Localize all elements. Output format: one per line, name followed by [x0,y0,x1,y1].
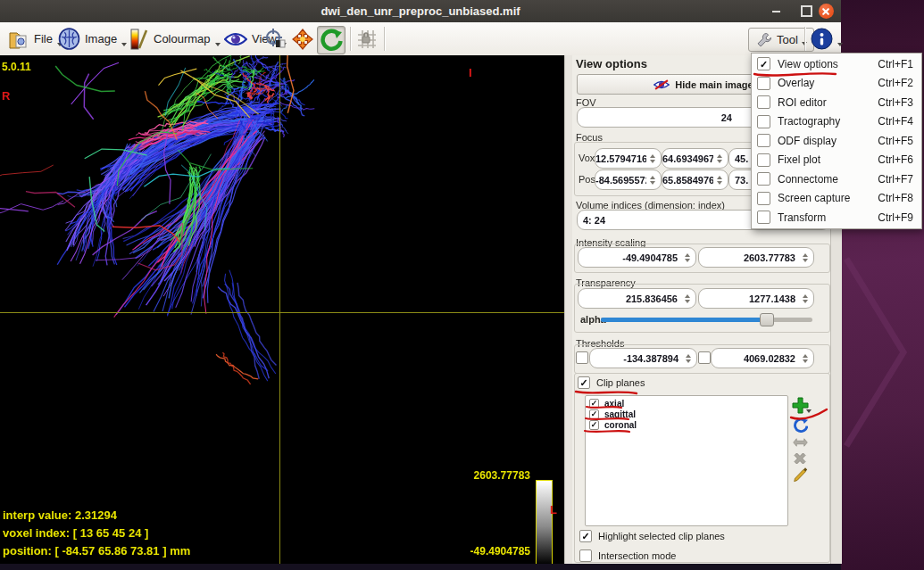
highlight-clip-planes-checkbox[interactable]: ✓ [579,530,592,542]
alpha-slider[interactable] [601,318,812,322]
voxel-y-spinbox[interactable]: 64.6934967 [662,148,728,169]
intersection-mode-checkbox[interactable] [579,549,592,562]
menu-item-transform[interactable]: Transform Ctrl+F9 [752,208,921,227]
image-menu-label: Image [85,32,117,45]
clip-plane-item-sagittal[interactable]: ✓ sagittal [586,409,787,419]
menu-shortcut: Ctrl+F8 [878,192,913,204]
menu-checkbox[interactable] [757,77,770,90]
menu-item-screen-capture[interactable]: Screen capture Ctrl+F8 [752,189,921,209]
transparent-intensity-spinbox[interactable]: 215.836456 [578,288,696,309]
close-button[interactable] [818,4,834,19]
swap-clip-plane-button[interactable] [791,434,809,450]
menu-item-overlay[interactable]: Overlay Ctrl+F2 [752,74,921,94]
menu-item-label: Overlay [778,77,814,89]
clear-clip-plane-button[interactable] [791,467,809,483]
clip-planes-label: Clip planes [596,377,645,388]
clip-plane-label: axial [604,399,624,409]
menu-item-fixel-plot[interactable]: Fixel plot Ctrl+F6 [752,151,921,170]
voxel-x-spinbox[interactable]: 12.5794716 [595,148,662,169]
toolbar: File Image Colourmap [0,22,841,56]
spin-buttons[interactable] [799,294,813,303]
window-title: dwi_den_unr_preproc_unbiased.mif [0,0,841,22]
spin-buttons[interactable] [682,354,696,363]
menu-checkbox[interactable] [757,192,770,205]
viewport[interactable]: 5.0.11 R I 2603.77783 -49.4904785 L inte… [0,55,564,564]
threshold-max-value: 4069.02832 [712,353,799,364]
crosshair-icon [263,28,287,51]
position-y-value: 65.8584976 [662,175,713,186]
intensity-max-spinbox[interactable]: 2603.77783 [698,247,814,268]
threshold-max-checkbox[interactable] [698,351,711,364]
intensity-min-spinbox[interactable]: -49.4904785 [578,247,696,268]
orientation-label-top: I [469,66,472,79]
image-menu-button[interactable]: Image [55,26,129,52]
rotate-clip-plane-button[interactable] [791,417,809,433]
menu-item-roi-editor[interactable]: ROI editor Ctrl+F3 [752,93,921,112]
info-button[interactable] [808,26,845,52]
clip-planes-list[interactable]: ✓ axial ✓ sagittal ✓ coronal [585,395,788,526]
voxel-x-value: 12.5794716 [595,153,646,164]
spin-buttons[interactable] [646,154,661,163]
minimize-button[interactable] [768,4,784,19]
chevron-down-icon [215,43,221,46]
menu-checkbox[interactable]: ✓ [757,57,770,70]
menu-checkbox[interactable] [757,95,770,109]
clip-plane-item-axial[interactable]: ✓ axial [586,398,787,409]
brain-icon [58,28,80,50]
menu-item-view-options[interactable]: ✓ View options Ctrl+F1 [752,54,921,74]
menu-item-label: Tractography [778,115,840,128]
menu-item-odf-display[interactable]: ODF display Ctrl+F5 [752,131,921,151]
menu-item-label: Fixel plot [778,153,820,166]
menu-checkbox[interactable] [757,115,770,128]
menu-item-connectome[interactable]: Connectome Ctrl+F7 [752,169,921,189]
voxel-y-value: 64.6934967 [662,153,713,164]
opaque-intensity-spinbox[interactable]: 1277.1438 [698,288,814,309]
grid-tool-button[interactable] [354,26,380,53]
add-clip-plane-button[interactable] [791,397,809,413]
clip-planes-toggle[interactable]: ✓ Clip planes [578,376,645,389]
spin-buttons[interactable] [799,253,813,262]
spin-buttons[interactable] [799,354,813,363]
spin-buttons[interactable] [681,253,695,262]
intersection-mode-row[interactable]: Intersection mode [579,549,676,562]
status-interp-value: interp value: 2.31294 [3,508,117,522]
position-x-spinbox[interactable]: -84.5695572 [595,169,662,190]
threshold-max-spinbox[interactable]: 4069.02832 [711,348,814,368]
menu-checkbox[interactable] [757,172,770,186]
menu-item-tractography[interactable]: Tractography Ctrl+F4 [752,112,921,132]
menu-checkbox[interactable] [757,211,770,224]
clip-plane-item-coronal[interactable]: ✓ coronal [586,419,787,430]
clip-plane-checkbox[interactable]: ✓ [589,409,599,419]
alpha-slider-handle[interactable] [760,313,774,326]
spin-buttons[interactable] [713,176,728,185]
pan-tool-button[interactable] [289,26,316,53]
menu-checkbox[interactable] [757,134,770,147]
position-y-spinbox[interactable]: 65.8584976 [662,169,728,190]
menu-shortcut: Ctrl+F3 [878,96,913,109]
colorbar-min-label: -49.4904785 [461,545,530,558]
clip-plane-checkbox[interactable]: ✓ [589,399,599,409]
file-menu-label: File [34,32,53,45]
status-position: position: [ -84.57 65.86 73.81 ] mm [3,544,190,558]
brush-icon [793,467,808,483]
remove-clip-plane-button[interactable] [791,450,809,467]
menu-checkbox[interactable] [757,153,770,167]
focus-tool-button[interactable] [262,26,288,53]
highlight-clip-planes-row[interactable]: ✓ Highlight selected clip planes [579,530,725,542]
maximize-button[interactable] [798,4,814,19]
pan-arrows-icon [290,27,315,52]
rotate-tool-button[interactable] [317,26,345,54]
intersection-mode-label: Intersection mode [598,550,676,561]
clip-plane-checkbox[interactable]: ✓ [589,420,599,430]
threshold-min-spinbox[interactable]: -134.387894 [589,348,697,368]
opaque-intensity-value: 1277.1438 [699,293,799,304]
spin-buttons[interactable] [713,154,728,163]
alpha-slider-fill [601,318,766,322]
spin-buttons[interactable] [646,176,661,185]
threshold-min-checkbox[interactable] [576,351,588,364]
spin-buttons[interactable] [681,294,695,303]
clip-planes-checkbox[interactable]: ✓ [578,376,590,389]
toolbar-separator [350,27,351,51]
colourmap-menu-button[interactable]: Colourmap [125,26,223,52]
tractography-canvas[interactable] [0,55,564,564]
